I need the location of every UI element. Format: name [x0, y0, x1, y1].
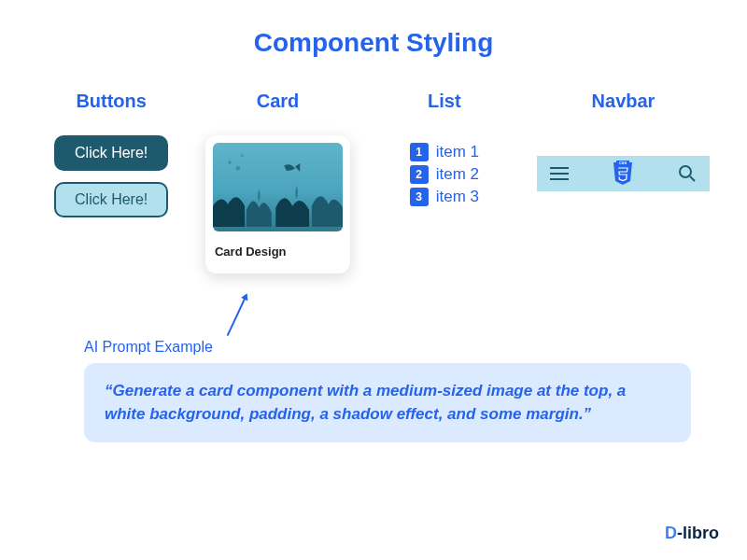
svg-text:CSS: CSS	[619, 161, 627, 165]
card-column: Card Card Design	[204, 91, 351, 273]
brand-d: D	[665, 524, 677, 542]
svg-point-2	[236, 166, 240, 170]
list-badge: 2	[410, 165, 429, 184]
list-column: List 1 item 1 2 item 2 3 item 3	[371, 91, 518, 273]
cta-button-outline[interactable]: Click Here!	[54, 182, 168, 217]
svg-point-0	[228, 161, 232, 164]
list-badge: 3	[410, 188, 429, 206]
list-example: 1 item 1 2 item 2 3 item 3	[410, 143, 479, 206]
card-example: Card Design	[205, 135, 350, 273]
hamburger-icon[interactable]	[550, 167, 569, 180]
search-icon[interactable]	[678, 164, 697, 183]
list-label: item 1	[436, 143, 479, 161]
prompt-section: AI Prompt Example “Generate a card compo…	[84, 339, 691, 442]
svg-line-6	[690, 176, 695, 181]
card-header: Card	[257, 91, 300, 112]
svg-point-1	[241, 155, 244, 158]
list-label: item 3	[436, 188, 479, 206]
navbar-header: Navbar	[592, 91, 655, 112]
page-title: Component Styling	[37, 28, 710, 58]
brand-rest: -libro	[677, 524, 719, 542]
list-badge: 1	[410, 143, 429, 161]
list-header: List	[428, 91, 461, 112]
navbar-example: CSS	[537, 156, 710, 191]
buttons-header: Buttons	[76, 91, 147, 112]
list-item: 1 item 1	[410, 143, 479, 161]
css-shield-icon: CSS	[612, 161, 634, 187]
navbar-column: Navbar CSS	[537, 91, 710, 273]
cta-button-solid[interactable]: Click Here!	[54, 135, 168, 171]
list-item: 3 item 3	[410, 188, 479, 206]
prompt-label: AI Prompt Example	[84, 339, 691, 356]
prompt-box: “Generate a card component with a medium…	[84, 363, 691, 442]
card-caption: Card Design	[213, 241, 343, 266]
list-item: 2 item 2	[410, 165, 479, 184]
brand-logo: D-libro	[665, 524, 719, 543]
card-image	[213, 143, 343, 231]
svg-point-5	[680, 166, 691, 177]
buttons-column: Buttons Click Here! Click Here!	[37, 91, 185, 273]
connector-arrow	[227, 297, 247, 337]
component-grid: Buttons Click Here! Click Here! Card	[37, 91, 710, 273]
list-label: item 2	[436, 165, 479, 184]
underwater-illustration	[213, 143, 343, 231]
